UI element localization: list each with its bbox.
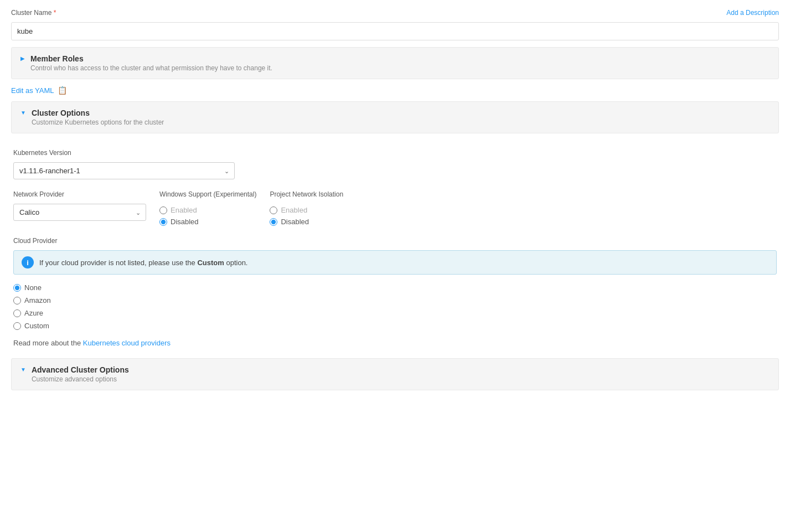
kubernetes-cloud-providers-link[interactable]: Kubernetes cloud providers: [83, 339, 171, 347]
windows-support-label: Windows Support (Experimental): [159, 190, 256, 198]
member-roles-subtitle: Control who has access to the cluster an…: [30, 64, 272, 72]
cloud-provider-amazon-option[interactable]: Amazon: [13, 296, 777, 304]
advanced-cluster-options-section-header[interactable]: ▼ Advanced Cluster Options Customize adv…: [11, 358, 779, 390]
cloud-provider-info-text: If your cloud provider is not listed, pl…: [39, 259, 247, 267]
project-network-isolation-label: Project Network Isolation: [270, 190, 343, 198]
cluster-options-title: Cluster Options: [32, 109, 164, 117]
member-roles-title: Member Roles: [30, 54, 272, 63]
member-roles-section-header[interactable]: ▶ Member Roles Control who has access to…: [11, 47, 779, 79]
cloud-provider-azure-option[interactable]: Azure: [13, 309, 777, 317]
cloud-provider-section: Cloud Provider i If your cloud provider …: [13, 237, 777, 347]
network-provider-group: Network Provider Calico Canal Flannel We…: [13, 190, 146, 221]
project-network-disabled-radio[interactable]: [270, 218, 277, 226]
cluster-options-section-header[interactable]: ▼ Cluster Options Customize Kubernetes o…: [11, 101, 779, 133]
network-provider-select[interactable]: Calico Canal Flannel Weave: [13, 204, 146, 221]
windows-support-disabled-option[interactable]: Disabled: [159, 218, 256, 226]
cloud-provider-none-option[interactable]: None: [13, 283, 777, 292]
required-marker: *: [54, 9, 56, 17]
cloud-provider-custom-option[interactable]: Custom: [13, 322, 777, 330]
cluster-options-toggle-icon: ▼: [20, 110, 26, 116]
project-network-disabled-option[interactable]: Disabled: [270, 218, 343, 226]
read-more-text: Read more about the Kubernetes cloud pro…: [13, 339, 777, 347]
cluster-options-subtitle: Customize Kubernetes options for the clu…: [32, 118, 164, 126]
windows-support-enabled-option[interactable]: Enabled: [159, 206, 256, 214]
advanced-cluster-options-title: Advanced Cluster Options: [32, 365, 129, 374]
cloud-provider-info-banner: i If your cloud provider is not listed, …: [13, 250, 777, 275]
windows-support-disabled-radio[interactable]: [159, 218, 167, 226]
cloud-provider-label: Cloud Provider: [13, 237, 777, 245]
cloud-provider-none-radio[interactable]: [13, 284, 21, 292]
windows-support-enabled-radio[interactable]: [159, 206, 167, 214]
cluster-name-input[interactable]: [11, 22, 779, 40]
cloud-provider-custom-radio[interactable]: [13, 322, 21, 330]
windows-support-group: Windows Support (Experimental) Enabled D…: [159, 190, 256, 226]
clipboard-icon[interactable]: 📋: [58, 86, 67, 95]
kubernetes-version-group: Kubernetes Version v1.11.6-rancher1-1 v1…: [13, 149, 777, 179]
project-network-isolation-radio-group: Enabled Disabled: [270, 206, 343, 226]
advanced-cluster-options-subtitle: Customize advanced options: [32, 375, 129, 383]
cloud-provider-azure-radio[interactable]: [13, 309, 21, 317]
windows-support-radio-group: Enabled Disabled: [159, 206, 256, 226]
info-icon: i: [22, 256, 34, 268]
project-network-isolation-group: Project Network Isolation Enabled Disabl…: [270, 190, 343, 226]
cluster-options-form: Kubernetes Version v1.11.6-rancher1-1 v1…: [11, 140, 779, 356]
network-provider-label: Network Provider: [13, 190, 146, 198]
kubernetes-version-select[interactable]: v1.11.6-rancher1-1 v1.12.4-rancher1-1 v1…: [13, 162, 235, 179]
project-network-enabled-radio[interactable]: [270, 206, 277, 214]
cloud-provider-amazon-radio[interactable]: [13, 297, 21, 304]
cluster-name-label: Cluster Name *: [11, 9, 56, 17]
member-roles-toggle-icon: ▶: [20, 55, 25, 61]
network-options-row: Network Provider Calico Canal Flannel We…: [13, 190, 777, 226]
project-network-enabled-option[interactable]: Enabled: [270, 206, 343, 214]
edit-yaml-link[interactable]: Edit as YAML: [11, 86, 54, 95]
add-description-link[interactable]: Add a Description: [726, 9, 779, 17]
advanced-cluster-options-toggle-icon: ▼: [20, 366, 26, 373]
cloud-provider-radio-group: None Amazon Azure Custom: [13, 283, 777, 330]
kubernetes-version-label: Kubernetes Version: [13, 149, 777, 157]
